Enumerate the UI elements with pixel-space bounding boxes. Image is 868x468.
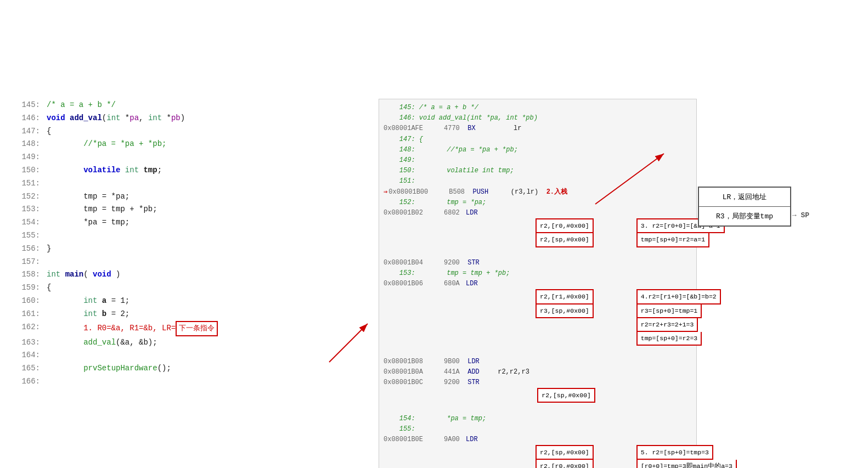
callout-1b08: r3,[sp,#0x00]	[536, 305, 594, 318]
stack-diagram-container: LR，返回地址 R3，局部变量tmp → SP	[731, 99, 824, 139]
asm-line-1b0c: 0x08001B0C 9200 STR r2,[sp,#0x00]	[384, 377, 692, 414]
asm-header2: 146: void add_val(int *pa, int *pb)	[384, 113, 692, 123]
asm-line-1b02: 0x08001B02 6802 LDR r2,[r0,#0x00] r2,[sp…	[384, 208, 692, 258]
asm-line-1b04: 0x08001B04 9200 STR	[384, 258, 692, 268]
asm-line-1b06: 0x08001B06 680A LDR r2,[r1,#0x00] r3,[sp…	[384, 279, 692, 356]
asm-line-155: 155:	[384, 424, 692, 435]
callout-note1b: tmp=[sp+0]=r2=a=1	[636, 233, 709, 247]
callout-note2a: 4.r2=[r1+0]=[&b]=b=2	[636, 289, 721, 304]
asm-line-1b08: 0x08001B08 9B00 LDR	[384, 357, 692, 367]
code-line-145: 145: /* a = a + b */	[16, 99, 357, 112]
code-line-149: 149:	[16, 151, 357, 164]
annotation-next-instr: 下一条指令	[176, 321, 218, 336]
code-line-162: 162: 1. R0=&a, R1=&b, LR=下一条指令	[16, 321, 357, 336]
code-line-156: 156: }	[16, 243, 357, 256]
code-line-158: 158: int main( void )	[16, 268, 357, 281]
code-line-147: 147: {	[16, 125, 357, 138]
code-line-146: 146: void add_val(int *pa, int *pb)	[16, 112, 357, 125]
asm-line-1b00: ⇒0x08001B00 B508 PUSH (r3,lr) 2.入栈	[384, 187, 692, 198]
code-line-155: 155:	[16, 229, 357, 243]
code-line-164: 164:	[16, 349, 357, 362]
code-line-165: 165: prvSetupHardware();	[16, 362, 357, 375]
code-line-154: 154: *pa = tmp;	[16, 216, 357, 229]
code-line-152: 152: tmp = *pa;	[16, 190, 357, 204]
code-line-160: 160: int a = 1;	[16, 295, 357, 308]
asm-table: 145: /* a = a + b */ 146: void add_val(i…	[379, 99, 697, 468]
callout-1b02: r2,[r0,#0x00]	[536, 218, 594, 233]
asm-header1: 145: /* a = a + b */	[384, 103, 692, 113]
asm-line-149: 149:	[384, 155, 692, 166]
asm-line-154: 154: *pa = tmp;	[384, 414, 692, 424]
asm-line-1b0a: 0x08001B0A 441A ADD r2,r2,r3	[384, 367, 692, 377]
code-line-166: 166:	[16, 375, 357, 388]
code-line-153: 153: tmp = tmp + *pb;	[16, 203, 357, 216]
sp-label: → SP	[792, 211, 809, 219]
callout-1b04: r2,[sp,#0x00]	[536, 233, 594, 247]
stack-cell-lr: LR，返回地址	[699, 188, 790, 207]
stack-cell-r3: R3，局部变量tmp → SP	[699, 207, 790, 225]
callout-note3a: 5. r2=[sp+0]=tmp=3	[636, 445, 713, 460]
callout-note2d: tmp=[sp+0]=r2=3	[636, 332, 702, 346]
asm-line-153: 153: tmp = tmp + *pb;	[384, 268, 692, 279]
code-line-150: 150: volatile int tmp;	[16, 164, 357, 177]
code-panel: 145: /* a = a + b */ 146: void add_val(i…	[16, 11, 357, 468]
callout-note3b: [r0+0]=tmp=3即main中的a=3	[636, 460, 737, 468]
code-line-151: 151:	[16, 177, 357, 190]
callout-1b06: r2,[r1,#0x00]	[536, 289, 594, 304]
asm-line-152: 152: tmp = *pa;	[384, 198, 692, 208]
asm-line-147: 147: {	[384, 134, 692, 145]
code-line-159: 159: {	[16, 281, 357, 295]
callout-1b0e: r2,[sp,#0x00]	[536, 445, 594, 460]
code-line-157: 157:	[16, 256, 357, 269]
asm-line-1afe: 0x08001AFE 4770 BX lr	[384, 123, 692, 134]
code-line-161: 161: int b = 2;	[16, 308, 357, 321]
callout-note2c: r2=r2+r3=2+1=3	[636, 318, 698, 332]
callout-1b10: r2,[r0,#0x00]	[536, 460, 594, 468]
callout-1b0c: r2,[sp,#0x00]	[537, 388, 595, 403]
code-line-148: 148: //*pa = *pa + *pb;	[16, 138, 357, 151]
asm-line-148: 148: //*pa = *pa + *pb;	[384, 145, 692, 155]
asm-line-150: 150: volatile int tmp;	[384, 166, 692, 176]
callout-note2b: r3=[sp+0]=tmp=1	[636, 305, 702, 318]
stack-diagram: LR，返回地址 R3，局部变量tmp → SP	[698, 187, 791, 227]
asm-line-1b0e: 0x08001B0E 9A00 LDR r2,[sp,#0x00] r2,[r0…	[384, 435, 692, 468]
asm-panel: 145: /* a = a + b */ 146: void add_val(i…	[379, 11, 697, 468]
code-line-163: 163: add_val(&a, &b);	[16, 336, 357, 349]
asm-line-151: 151:	[384, 176, 692, 187]
